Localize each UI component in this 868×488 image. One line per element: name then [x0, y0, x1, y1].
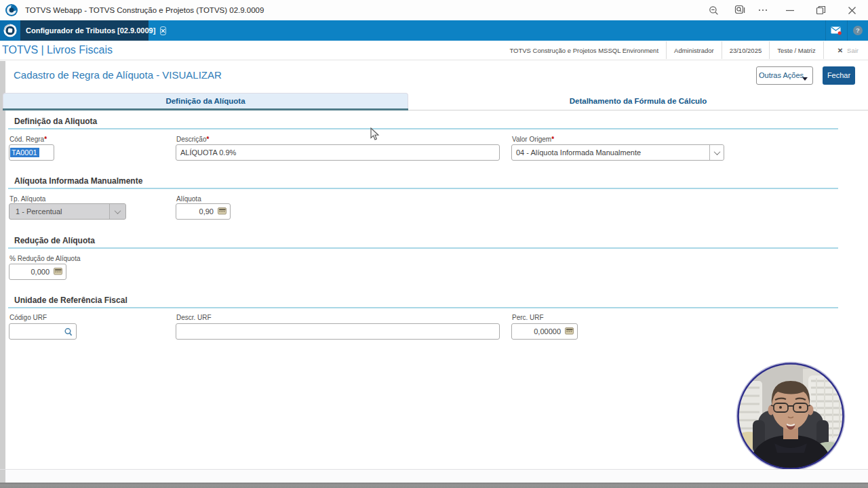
perc-urf-input[interactable]: 0,00000: [511, 323, 578, 340]
totvs-logo-icon: [0, 20, 20, 41]
tab-detalhamento-formula[interactable]: Detalhamento da Fórmula de Cálculo: [408, 93, 868, 109]
valor-origem-select[interactable]: 04 - Alíquota Informada Manualmente: [511, 144, 724, 161]
valor-origem-value: 04 - Alíquota Informada Manualmente: [512, 148, 641, 157]
app-tab-close-icon[interactable]: [160, 26, 166, 35]
logout-label: Sair: [847, 47, 859, 54]
section-rule: [8, 188, 838, 189]
footer-strip: [5, 470, 868, 483]
descr-urf-label: Descr. URF: [176, 314, 212, 321]
user-label: Administrador: [667, 47, 722, 54]
fechar-label: Fechar: [827, 71, 850, 79]
perc-reducao-value: 0,000: [31, 268, 52, 276]
perc-urf-value: 0,00000: [534, 327, 564, 336]
codigo-urf-input[interactable]: [9, 323, 77, 340]
section-title-definicao: Definição da Aliquota: [14, 117, 97, 126]
minimize-button[interactable]: [780, 0, 800, 20]
branch-label: Teste / Matriz: [770, 47, 823, 54]
app-tab-bar: Configurador de Tributos [02.9.0009] ?: [0, 20, 868, 41]
codigo-urf-label: Código URF: [9, 314, 47, 321]
perc-urf-label: Perc. URF: [512, 314, 544, 321]
taskbar-strip: [0, 483, 868, 488]
aliquota-input[interactable]: 0,90: [176, 203, 231, 220]
aliquota-value: 0,90: [199, 207, 216, 216]
active-tab-underline: [3, 108, 408, 110]
tp-aliquota-select: 1 - Percentual: [9, 203, 126, 220]
more-options-icon[interactable]: [753, 0, 773, 20]
help-icon[interactable]: ?: [847, 20, 868, 41]
valor-origem-label: Valor Origem*: [512, 136, 554, 143]
left-gutter: [0, 61, 5, 483]
window-titlebar: TOTVS Webapp - TOTVS Construção e Projet…: [0, 0, 868, 20]
section-title-reducao: Redução de Alíquota: [14, 236, 95, 245]
tp-aliquota-label: Tp. Alíquota: [9, 195, 45, 203]
descricao-value: ALÍQUOTA 0.9%: [176, 148, 236, 157]
window-title: TOTVS Webapp - TOTVS Construção e Projet…: [25, 6, 264, 14]
descricao-label: Descrição*: [176, 136, 209, 143]
chevron-down-icon: [109, 204, 125, 219]
cod-regra-label: Cód. Regra*: [9, 136, 47, 143]
outras-acoes-button[interactable]: Outras Ações: [756, 66, 813, 85]
section-title-urf: Unidade de Referência Fiscal: [14, 296, 127, 305]
date-label: 23/10/2025: [722, 47, 770, 54]
chevron-down-icon: [709, 145, 724, 160]
calculator-icon[interactable]: [54, 267, 63, 277]
cod-regra-input[interactable]: TA0001: [9, 144, 54, 161]
section-rule: [8, 128, 838, 129]
tab-definicao-label: Definição da Alíquota: [165, 97, 245, 105]
fechar-button[interactable]: Fechar: [823, 66, 855, 85]
calculator-icon[interactable]: [218, 207, 227, 216]
svg-text:?: ?: [856, 26, 860, 34]
search-icon[interactable]: [64, 327, 73, 338]
section-title-aliquota-manual: Alíquota Informada Manualmente: [14, 176, 142, 186]
close-button[interactable]: [842, 0, 862, 20]
app-tab-label: Configurador de Tributos [02.9.0009]: [26, 26, 155, 35]
logout-button[interactable]: ✕ Sair: [824, 47, 865, 54]
descr-urf-input[interactable]: [176, 323, 500, 340]
feedback-mail-icon[interactable]: [825, 20, 846, 41]
page-title: Cadastro de Regra de Alíquota - VISUALIZ…: [14, 69, 222, 81]
restore-button[interactable]: [810, 0, 831, 20]
app-tab-configurador[interactable]: Configurador de Tributos [02.9.0009]: [20, 20, 149, 41]
environment-label: TOTVS Construção e Projetos MSSQL Enviro…: [502, 47, 666, 54]
descricao-input[interactable]: ALÍQUOTA 0.9%: [176, 144, 500, 161]
masthead: TOTVS | Livros Fiscais TOTVS Construção …: [0, 41, 868, 60]
aliquota-label: Alíquota: [176, 195, 201, 203]
chevron-down-icon: [802, 77, 808, 81]
mouse-cursor: [370, 127, 380, 141]
brand-title: TOTVS | Livros Fiscais: [2, 44, 113, 56]
tab-detalhamento-label: Detalhamento da Fórmula de Cálculo: [570, 97, 707, 105]
section-rule: [8, 307, 838, 308]
outras-acoes-label: Outras Ações: [759, 71, 804, 79]
perc-reducao-label: % Redução de Alíquota: [9, 255, 81, 262]
logout-close-icon: ✕: [837, 47, 843, 54]
tab-definicao-aliquota[interactable]: Definição da Alíquota: [3, 93, 408, 109]
section-rule: [8, 247, 838, 249]
zoom-out-icon[interactable]: [703, 0, 724, 20]
cod-regra-value: TA0001: [10, 148, 39, 157]
tab-divider-line: [408, 110, 868, 110]
tp-aliquota-value: 1 - Percentual: [9, 207, 62, 216]
calculator-icon[interactable]: [565, 327, 574, 336]
app-logo-icon: [5, 3, 18, 17]
perc-reducao-input[interactable]: 0,000: [9, 264, 66, 280]
find-in-page-icon[interactable]: [730, 0, 750, 20]
webcam-overlay: [732, 358, 849, 474]
app-window: TOTVS Webapp - TOTVS Construção e Projet…: [0, 0, 868, 488]
